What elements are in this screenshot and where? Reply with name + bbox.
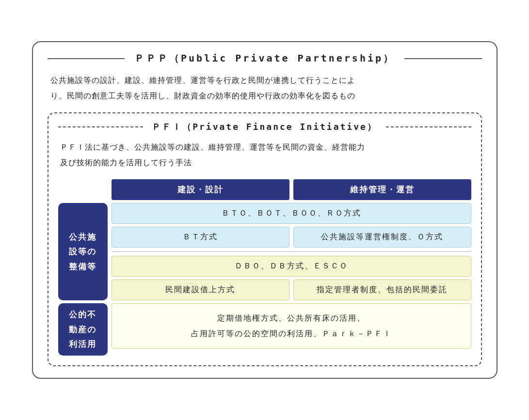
fudosan-line1: 定期借地権方式、公共所有床の活用、 [217,313,366,323]
ppp-desc-line1: 公共施設等の設計、建設、維持管理、運営等を行政と民間が連携して行うことによ [50,76,355,85]
ppp-title-wrapper: ＰＰＰ（Public Private Partnership） [48,52,482,65]
row-bto-bot: ＢＴＯ、ＢＯＴ、ＢＯＯ、ＲＯ方式 [112,203,471,224]
ppp-desc: 公共施設等の設計、建設、維持管理、運営等を行政と民間が連携して行うことによ り、… [48,73,482,104]
pfi-desc-line1: ＰＦＩ法に基づき、公共施設等の建設、維持管理、運営等を民間の資金、経営能力 [60,142,365,152]
ppp-title-line-left [48,58,125,59]
cell-fudosan-content: 定期借地権方式、公共所有床の活用、 占用許可等の公的空間の利活用、Ｐａｒｋ－ＰＦ… [112,303,471,349]
section-koukyou-label: 公共施設等の整備等 [58,203,112,300]
ppp-title-line-right [404,58,481,59]
cell-minkan-kenshaku: 民間建設借上方式 [112,280,289,300]
cell-bto-bot-boo-ro: ＢＴＯ、ＢＯＴ、ＢＯＯ、ＲＯ方式 [112,203,471,224]
cell-uneikenriseido: 公共施設等運営権制度、Ｏ方式 [293,227,471,248]
pfi-title-wrapper: ＰＦＩ（Private Finance Initiative） [58,121,471,133]
ppp-title: ＰＰＰ（Public Private Partnership） [125,52,404,65]
ppp-box: ＰＰＰ（Public Private Partnership） 公共施設等の設計… [32,41,497,379]
row-dbo-db: ＤＢＯ、ＤＢ方式、ＥＳＣＯ [112,256,471,277]
header-cell-construction: 建設・設計 [112,179,289,200]
header-row: 建設・設計 維持管理・運営 [112,179,471,200]
pfi-desc: ＰＦＩ法に基づき、公共施設等の建設、維持管理、運営等を民間の資金、経営能力 及び… [58,140,471,171]
cell-dbo-db-esco: ＤＢＯ、ＤＢ方式、ＥＳＣＯ [112,256,471,277]
page-container: ＰＰＰ（Public Private Partnership） 公共施設等の設計… [22,31,507,389]
pfi-title-line-right [386,126,471,127]
content-rows-fudosan: 定期借地権方式、公共所有床の活用、 占用許可等の公的空間の利活用、Ｐａｒｋ－ＰＦ… [112,303,471,356]
fudosan-line2: 占用許可等の公的空間の利活用、Ｐａｒｋ－ＰＦＩ [191,329,392,338]
cell-shitei-kanrisha: 指定管理者制度、包括的民間委託 [293,280,471,300]
header-cell-maintenance: 維持管理・運営 [293,179,471,200]
row-minkan: 民間建設借上方式 指定管理者制度、包括的民間委託 [112,280,471,300]
row-bt: ＢＴ方式 公共施設等運営権制度、Ｏ方式 [112,227,471,248]
pfi-desc-line2: 及び技術的能力を活用して行う手法 [60,158,192,167]
koukyou-label: 公共施設等の整備等 [58,203,108,300]
pfi-title: ＰＦＩ（Private Finance Initiative） [143,121,386,133]
fudosan-label: 公的不動産の利活用 [58,303,108,356]
grid-container: 建設・設計 維持管理・運営 公共施設等の整備等 ＢＴＯ、ＢＯＴ、ＢＯＯ、ＲＯ方式 [58,179,471,356]
ppp-desc-line2: り、民間の創意工夫等を活用し、財政資金の効率的使用や行政の効率化を図るもの [50,91,355,100]
content-rows-koukyou: ＢＴＯ、ＢＯＴ、ＢＯＯ、ＲＯ方式 ＢＴ方式 公共施設等運営権制度、Ｏ方式 ＤＢＯ… [112,203,471,300]
separator-1 [112,251,471,252]
pfi-title-line-left [58,126,144,127]
cell-bt: ＢＴ方式 [112,227,289,248]
pfi-box: ＰＦＩ（Private Finance Initiative） ＰＦＩ法に基づき… [48,112,482,366]
section-fudosan-label: 公的不動産の利活用 [58,300,112,356]
